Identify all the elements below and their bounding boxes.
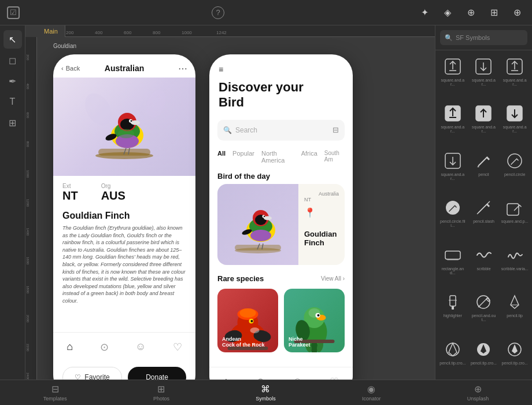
symbol-pencil-tip-cro-2[interactable]: pencil.tip.cro... (469, 336, 499, 377)
main-favorites-nav[interactable]: ♡ (330, 375, 339, 380)
unsplash-tab[interactable]: ⊕ Unsplash (461, 384, 495, 402)
symbol-rectangle[interactable]: rectangle.and... (438, 241, 468, 287)
iconator-label: Iconator (362, 396, 381, 402)
symbol-pencil-circle[interactable]: pencil.circle (500, 147, 530, 193)
cat-tab-all[interactable]: All (217, 150, 226, 164)
cat-tab-south-am[interactable]: South Am (324, 150, 345, 164)
checkbox-icon[interactable]: ☑ (7, 6, 20, 19)
phone-main[interactable]: ≡ Discover your Bird 🔍 Search ⊟ All Popu… (209, 54, 353, 380)
image-tool[interactable]: ⊞ (3, 113, 22, 132)
cat-tab-popular[interactable]: Popular (232, 150, 254, 164)
favorite-button[interactable]: ♡ Favorite (62, 367, 122, 380)
symbol-pencil-tip-cro-1[interactable]: pencil.tip.cro... (438, 336, 468, 377)
ruler-label-600: 600 (124, 30, 131, 35)
symbol-square-ar-1[interactable]: square.and.ar... (438, 53, 468, 98)
ext-label: Ext (62, 183, 78, 189)
main-profile-nav[interactable]: ☺ (292, 375, 302, 380)
symbol-scribble[interactable]: scribble (469, 241, 499, 287)
templates-icon: ⊟ (51, 384, 59, 395)
symbol-pencil-tip[interactable]: pencil.tip (500, 288, 530, 334)
phone-main-bottom-nav: ⌂ ⊙ ☺ ♡ (209, 367, 353, 380)
layers-icon-btn[interactable]: ⊞ (486, 5, 502, 21)
profile-nav-icon[interactable]: ☺ (135, 341, 146, 353)
back-button[interactable]: ‹ Back (61, 65, 80, 72)
main-location-nav[interactable]: ⊙ (256, 375, 265, 380)
symbols-tab[interactable]: ⌘ Symbols (250, 384, 282, 402)
bird-name-section: Gouldian Finch The Gouldian finch (Eryth… (53, 206, 195, 307)
insert-tool[interactable]: ◻ (3, 51, 22, 69)
bird-of-day-section: Bird of the day (209, 167, 353, 184)
sf-symbols-search[interactable]: 🔍 SF Symbols (440, 30, 527, 45)
symbol-pencil-circle-fill[interactable]: pencil.circle.fili... (438, 194, 468, 240)
bird-of-day-card[interactable]: Australia NT 📍 GouldianFinch (217, 184, 345, 265)
move-tool[interactable]: ↖ (3, 30, 22, 49)
ruler-left-1400: 1400 (26, 228, 29, 235)
share-down-icon-2 (444, 152, 461, 170)
symbol-icon-box (504, 292, 525, 312)
add-icon-btn[interactable]: ⊕ (509, 5, 525, 21)
templates-tab[interactable]: ⊟ Templates (38, 384, 73, 402)
favorites-nav-icon[interactable]: ♡ (173, 341, 182, 354)
symbol-square-ar-3[interactable]: square.and.ar... (500, 53, 530, 98)
iconator-tab[interactable]: ◉ Iconator (356, 384, 387, 402)
ruler-left-2400: 2400 (26, 373, 29, 380)
home-nav-icon[interactable]: ⌂ (66, 341, 73, 353)
symbol-square-ar-2[interactable]: square.and.ar... (469, 53, 499, 98)
type-tool[interactable]: T (3, 93, 22, 111)
rare-card-parakeet[interactable]: NicheParakeet (284, 289, 345, 352)
symbol-icon-box (442, 339, 463, 360)
cat-tab-north-america[interactable]: North America (261, 150, 294, 164)
hamburger-icon[interactable]: ≡ (219, 65, 343, 74)
symbol-pencil-tip-cro-3[interactable]: pencil.tip.cro... (500, 336, 530, 377)
bird-illustration (81, 86, 168, 167)
filter-icon[interactable]: ⊟ (332, 126, 339, 134)
svg-marker-62 (477, 166, 479, 167)
rare-species-grid: AndeanCock of the Rock (209, 289, 353, 352)
photos-tab[interactable]: ⊞ Photos (147, 384, 175, 402)
pen-tool[interactable]: ✒ (3, 72, 22, 90)
bird-hero-image (53, 78, 195, 176)
help-button[interactable]: ? (212, 6, 224, 19)
rare-card-andean[interactable]: AndeanCock of the Rock (217, 289, 278, 352)
heart-icon: ♡ (75, 373, 81, 380)
symbol-square-pencil[interactable]: square.and.p... (500, 194, 530, 240)
main-home-nav[interactable]: ⌂ (223, 375, 229, 380)
symbol-label: pencil.tip.cro... (471, 361, 497, 365)
org-label: Org (101, 183, 125, 189)
cat-tab-africa[interactable]: Africa (301, 150, 317, 164)
iconator-icon: ◉ (367, 384, 375, 395)
svg-rect-77 (445, 251, 460, 259)
main-tab[interactable]: Main (37, 25, 65, 37)
more-button[interactable]: ⋯ (178, 63, 187, 74)
symbol-square-ar-4[interactable]: square.and.ar... (438, 100, 468, 145)
symbol-label: square.and.ar... (439, 172, 467, 181)
copy-icon-btn[interactable]: ⊕ (463, 5, 479, 21)
symbol-square-ar-7[interactable]: square.and.ar... (438, 147, 468, 193)
symbol-square-ar-5[interactable]: square.and.ar... (469, 100, 499, 145)
search-bar[interactable]: 🔍 Search ⊟ (217, 120, 345, 141)
svg-point-88 (446, 343, 459, 356)
pencil-tip-crop-1-icon (444, 341, 461, 358)
ruler-left: 200 400 600 800 1000 1200 1400 1600 1800… (25, 37, 37, 380)
phone-detail[interactable]: ‹ Back Australian ⋯ (53, 54, 195, 380)
symbol-label: pencil.tip (507, 314, 523, 318)
donate-button[interactable]: Donate (128, 367, 186, 380)
ruler-label-800: 800 (153, 30, 160, 35)
symbol-pencil[interactable]: pencil (469, 147, 499, 193)
ruler-top: 0 200 400 600 800 1000 1242 (37, 25, 435, 37)
fill-icon-btn[interactable]: ◈ (439, 5, 456, 21)
symbol-pencil-slash[interactable]: pencil.slash (469, 194, 499, 240)
discover-title: Discover your Bird (219, 80, 343, 111)
view-all-link[interactable]: View All › (321, 275, 345, 282)
symbol-square-ar-6[interactable]: square.and.ar... (500, 100, 530, 145)
svg-point-37 (251, 320, 253, 322)
pen-icon-btn[interactable]: ✦ (416, 5, 433, 21)
symbol-scribble-variable[interactable]: scribble.varia... (500, 241, 530, 287)
location-nav-icon[interactable]: ⊙ (100, 341, 109, 354)
photos-label: Photos (153, 396, 169, 402)
phone-detail-bottom-nav: ⌂ ⊙ ☺ ♡ (53, 332, 195, 361)
right-panel-search: 🔍 SF Symbols (435, 25, 532, 50)
symbol-pencil-outline[interactable]: pencil.and.out... (469, 288, 499, 334)
symbol-highlighter[interactable]: highlighter (438, 288, 468, 334)
symbol-icon-box (442, 197, 463, 218)
